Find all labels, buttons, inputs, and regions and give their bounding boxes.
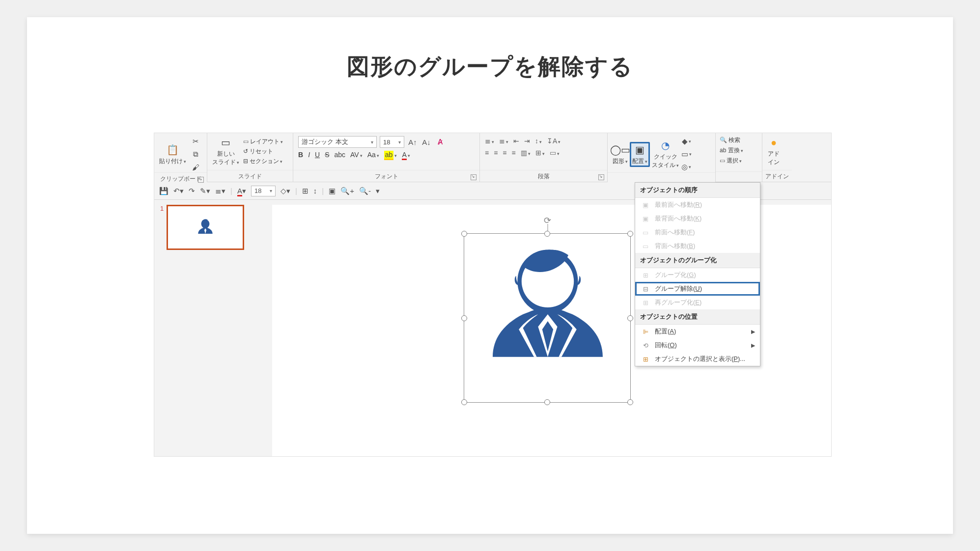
menu-align[interactable]: ⊫配置(A)▶ <box>635 325 760 338</box>
clipboard-icon: 📋 <box>167 143 179 156</box>
shape-outline-button[interactable]: ▭ <box>681 149 692 160</box>
addins-button[interactable]: ●アド イン <box>767 136 780 166</box>
shrink-font-icon[interactable]: A↓ <box>421 137 432 147</box>
reset-button[interactable]: ↺ リセット <box>243 147 283 156</box>
person-icon <box>479 239 616 376</box>
font-color-qat[interactable]: A▾ <box>237 187 246 195</box>
ink-icon[interactable]: ✎▾ <box>200 187 210 195</box>
zoom-out-icon[interactable]: 🔍- <box>359 187 371 195</box>
resize-handle[interactable] <box>461 315 467 321</box>
font-size-qat[interactable]: 18▾ <box>251 186 276 196</box>
change-case-button[interactable]: Aa <box>367 151 379 159</box>
align-text-button[interactable]: ⊞ <box>535 149 545 157</box>
bold-button[interactable]: B <box>298 151 303 159</box>
dialog-launcher-icon[interactable] <box>598 174 604 180</box>
arrange-menu: オブジェクトの順序 ▣最前面へ移動(R) ▣最背面へ移動(K) ▭前面へ移動(F… <box>635 182 760 366</box>
group-label-drawing <box>608 172 715 183</box>
menu-rotate[interactable]: ⟲回転(O)▶ <box>635 338 760 352</box>
menu-header-group: オブジェクトのグループ化 <box>635 253 760 268</box>
list-icon[interactable]: ≣▾ <box>215 187 225 195</box>
shadow-button[interactable]: abc <box>334 151 345 159</box>
crop-icon[interactable]: ▣ <box>329 187 336 195</box>
underline-button[interactable]: U <box>315 151 320 159</box>
resize-handle[interactable] <box>627 231 633 237</box>
italic-button[interactable]: I <box>308 151 310 159</box>
resize-handle[interactable] <box>461 231 467 237</box>
menu-bring-to-front[interactable]: ▣最前面へ移動(R) <box>635 198 760 212</box>
shapes-button[interactable]: ◯▭ 図形 <box>613 143 628 165</box>
format-painter-icon[interactable]: 🖌 <box>190 162 201 172</box>
arrange-button[interactable]: ▣ 配置 <box>630 142 650 167</box>
resize-handle[interactable] <box>544 231 550 237</box>
save-icon[interactable]: 💾 <box>159 187 168 195</box>
undo-icon[interactable]: ↶▾ <box>173 187 184 195</box>
slide-thumbnail-1[interactable] <box>167 205 244 250</box>
align-icon: ⊫ <box>641 328 650 335</box>
smartart-button[interactable]: ▭ <box>550 149 560 157</box>
menu-regroup[interactable]: ⊞再グループ化(E) <box>635 296 760 309</box>
ungroup-icon: ⊟ <box>641 285 650 293</box>
shapes-icon: ◯▭ <box>614 143 627 156</box>
outdent-button[interactable]: ⇤ <box>513 137 519 145</box>
indent-button[interactable]: ⇥ <box>524 137 530 145</box>
forward-icon: ▭ <box>641 229 650 236</box>
char-spacing-button[interactable]: AV <box>350 151 363 159</box>
menu-send-backward[interactable]: ▭背面へ移動(B) <box>635 239 760 253</box>
cut-icon[interactable]: ✂ <box>190 136 201 147</box>
align-right-button[interactable]: ≡ <box>503 149 506 157</box>
menu-bring-forward[interactable]: ▭前面へ移動(F) <box>635 225 760 239</box>
group-icon: ⊞ <box>641 272 650 279</box>
rotate-handle-icon[interactable]: ⟳ <box>544 215 551 226</box>
font-size-select[interactable]: 18▾ <box>380 136 404 148</box>
section-button[interactable]: ⊟ セクション <box>243 157 283 165</box>
group-label-addins: アドイン <box>762 170 792 182</box>
font-color-button[interactable]: A <box>402 151 410 159</box>
new-slide-button[interactable]: ▭ 新しい スライド <box>212 136 239 166</box>
menu-selection-pane[interactable]: ⊞オブジェクトの選択と表示(P)... <box>635 352 760 366</box>
redo-icon[interactable]: ↷ <box>189 187 195 195</box>
group-qat-icon[interactable]: ⊞ <box>302 187 308 195</box>
line-spacing-button[interactable]: ↕ <box>535 137 542 145</box>
shape-fill-button[interactable]: ◆ <box>681 136 692 147</box>
find-button[interactable]: 🔍 検索 <box>720 136 758 144</box>
powerpoint-window: 📋 貼り付け ✂ ⧉ 🖌 クリップボード ▭ 新しい スライド <box>154 133 832 457</box>
resize-handle[interactable] <box>461 399 467 405</box>
bullets-button[interactable]: ≣ <box>485 137 494 145</box>
menu-send-to-back[interactable]: ▣最背面へ移動(K) <box>635 212 760 225</box>
align-left-button[interactable]: ≡ <box>485 149 489 157</box>
zoom-in-icon[interactable]: 🔍+ <box>340 187 354 195</box>
columns-button[interactable]: ▥ <box>521 149 531 157</box>
shape-effects-button[interactable]: ◎ <box>681 162 692 172</box>
quick-styles-button[interactable]: ◔ クイック スタイル <box>652 139 679 169</box>
highlight-button[interactable]: ab <box>384 151 397 159</box>
numbering-button[interactable]: ≣ <box>499 137 508 145</box>
resize-handle[interactable] <box>627 315 633 321</box>
grow-font-icon[interactable]: A↑ <box>407 137 418 147</box>
page-title: 図形のグループを解除する <box>27 17 953 107</box>
dialog-launcher-icon[interactable] <box>471 174 476 180</box>
resize-handle[interactable] <box>544 399 550 405</box>
selection-box[interactable]: ⟳ <box>464 233 631 403</box>
group-label-paragraph: 段落 <box>480 170 607 182</box>
copy-icon[interactable]: ⧉ <box>190 149 201 160</box>
justify-button[interactable]: ≡ <box>512 149 516 157</box>
select-button[interactable]: ▭ 選択 <box>720 157 758 165</box>
menu-group[interactable]: ⊞グループ化(G) <box>635 268 760 282</box>
selection-pane-icon: ⊞ <box>641 356 650 363</box>
font-name-select[interactable]: 游ゴシック 本文▾ <box>298 136 377 148</box>
dialog-launcher-icon[interactable] <box>198 177 204 183</box>
strike-button[interactable]: S <box>325 151 329 159</box>
layout-button[interactable]: ▭ レイアウト <box>243 138 283 146</box>
clear-format-icon[interactable]: A̷ <box>435 137 446 147</box>
menu-ungroup[interactable]: ⊟グループ解除(U) <box>635 282 760 296</box>
resize-handle[interactable] <box>627 399 633 405</box>
paste-button[interactable]: 📋 貼り付け <box>159 143 186 165</box>
align-qat-icon[interactable]: ↕ <box>313 187 317 195</box>
text-direction-button[interactable]: ↧A <box>547 137 560 145</box>
shape-qat[interactable]: ◇▾ <box>280 187 290 195</box>
slide-number: 1 <box>160 205 164 250</box>
replace-button[interactable]: ab 置換 <box>720 146 758 155</box>
submenu-arrow-icon: ▶ <box>751 342 755 349</box>
align-center-button[interactable]: ≡ <box>494 149 498 157</box>
more-qat-icon[interactable]: ▾ <box>376 187 380 195</box>
